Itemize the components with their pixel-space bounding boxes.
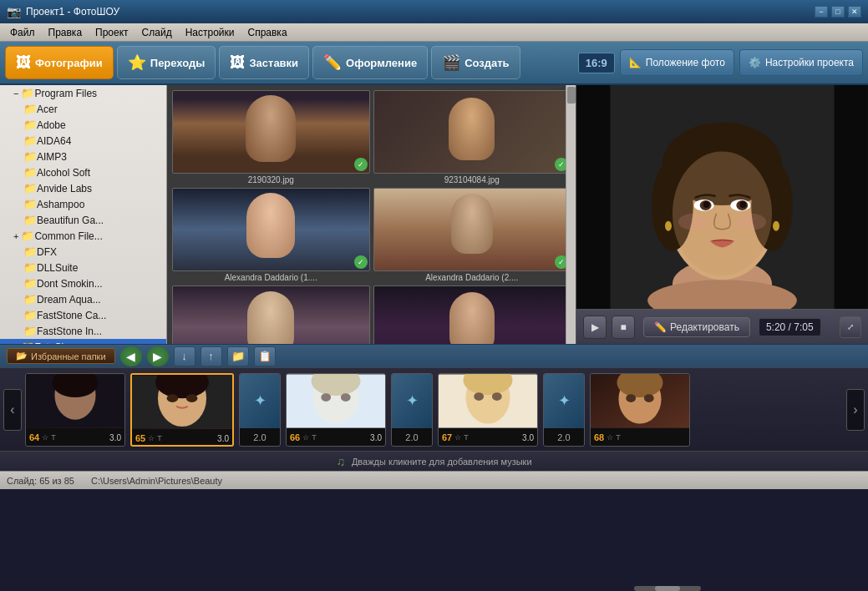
toolbar: 🖼 Фотографии ⭐ Переходы 🖼 Заставки ✏️ Оф…	[0, 42, 868, 85]
copy-button[interactable]: 📋	[254, 346, 276, 366]
vertical-scrollbar[interactable]	[566, 85, 576, 344]
design-icon: ✏️	[323, 53, 342, 72]
filmstrip-nav-left[interactable]: ‹	[3, 389, 22, 431]
tree-item[interactable]: 📁 Beautifun Ga...	[0, 212, 166, 228]
menu-edit[interactable]: Правка	[42, 25, 89, 40]
pencil-icon: ✏️	[654, 321, 667, 333]
folder-icon: 📁	[21, 341, 34, 344]
tree-item[interactable]: 📁 DLLSuite	[0, 260, 166, 275]
photo-item[interactable]: ✓ Alexandra Daddario (1....	[172, 188, 370, 282]
photo-grid-panel: ✓ 2190320.jpg ✓ 923104084.jpg ✓ Alexandr…	[167, 85, 576, 344]
tree-item[interactable]: 📁 Acer	[0, 101, 166, 117]
stop-button[interactable]: ■	[612, 316, 635, 339]
tree-item[interactable]: 📁 AIDA64	[0, 133, 166, 149]
tab-transitions[interactable]: ⭐ Переходы	[117, 46, 216, 79]
tree-item[interactable]: 📁 AIMP3	[0, 149, 166, 164]
folder-icon: 📁	[23, 245, 37, 258]
download-button[interactable]: ↓	[174, 346, 195, 366]
menu-help[interactable]: Справка	[241, 25, 293, 40]
download-icon: ↓	[181, 350, 187, 362]
film-item-64[interactable]: 64 ☆ T 3.0	[25, 373, 125, 447]
edit-label: Редактировать	[670, 321, 739, 333]
svg-point-47	[644, 394, 654, 402]
tree-item[interactable]: 📁 DFX	[0, 244, 166, 260]
film-item-65[interactable]: 65 ☆ T 3.0	[130, 373, 234, 447]
tab-photos[interactable]: 🖼 Фотографии	[5, 46, 114, 79]
project-settings-button[interactable]: ⚙️ Настройки проекта	[739, 49, 863, 76]
upload-button[interactable]: ↑	[201, 346, 222, 366]
navigate-next-button[interactable]: ▶	[147, 346, 169, 366]
film-t-label: T	[157, 434, 162, 442]
tree-item-fotoshow[interactable]: + 📁 FotoShow	[0, 339, 166, 344]
film-item-67[interactable]: 67 ☆ T 3.0	[438, 373, 538, 447]
horizontal-scrollbar[interactable]	[634, 586, 701, 591]
tree-item[interactable]: 📁 Dream Aqua...	[0, 291, 166, 307]
photo-filename: Alexandra Daddario (2....	[373, 273, 571, 282]
photo-position-button[interactable]: 📐 Положение фото	[620, 49, 734, 76]
film-meta: 64 ☆ T 3.0	[26, 428, 124, 447]
film-transition-2[interactable]: ✦ 2.0	[391, 373, 433, 447]
music-note-icon: ♫	[336, 455, 345, 468]
menu-settings[interactable]: Настройки	[179, 25, 241, 40]
film-duration: 3.0	[109, 433, 121, 442]
tree-item[interactable]: 📁 FastStone Ca...	[0, 307, 166, 323]
tab-screensavers[interactable]: 🖼 Заставки	[219, 46, 309, 79]
edit-button[interactable]: ✏️ Редактировать	[643, 317, 750, 337]
tree-item[interactable]: 📁 Alcohol Soft	[0, 164, 166, 180]
film-item-68[interactable]: 68 ☆ T	[590, 373, 690, 447]
menu-bar: Файл Правка Проект Слайд Настройки Справ…	[0, 23, 868, 42]
film-transition-1[interactable]: ✦ 2.0	[239, 373, 281, 447]
close-button[interactable]: ✕	[848, 6, 861, 18]
photo-grid[interactable]: ✓ 2190320.jpg ✓ 923104084.jpg ✓ Alexandr…	[167, 85, 576, 344]
menu-file[interactable]: Файл	[3, 25, 42, 40]
tree-item-label: Dream Aqua...	[37, 294, 101, 306]
favorites-button[interactable]: 📂 Избранные папки	[7, 348, 115, 364]
filmstrip-area: ‹ 64 ☆ T 3.0	[0, 367, 868, 451]
play-button[interactable]: ▶	[583, 316, 607, 339]
title-bar: 📷 Проект1 - ФотоШОУ − □ ✕	[0, 0, 868, 23]
menu-slide[interactable]: Слайд	[135, 25, 179, 40]
filmstrip-nav-right[interactable]: ›	[846, 389, 865, 431]
tree-item[interactable]: 📁 Dont Smokin...	[0, 275, 166, 291]
title-controls: − □ ✕	[815, 6, 861, 18]
tree-item[interactable]: 📁 Ashampoo	[0, 196, 166, 212]
transitions-icon: ⭐	[128, 53, 146, 72]
film-item-66[interactable]: 66 ☆ T 3.0	[286, 373, 386, 447]
photo-item[interactable]: ✓ 923104084.jpg	[373, 90, 571, 184]
film-meta: 68 ☆ T	[591, 428, 689, 447]
tree-item[interactable]: 📁 FastStone In...	[0, 323, 166, 339]
favorites-label: Избранные папки	[31, 351, 106, 361]
navigate-prev-button[interactable]: ◀	[120, 346, 142, 366]
photo-item[interactable]: ✓ Alexis Knapp.jpg	[373, 285, 571, 344]
fullscreen-button[interactable]: ⤢	[840, 316, 861, 338]
film-number: 67	[442, 432, 452, 442]
menu-project[interactable]: Проект	[89, 25, 135, 40]
minimize-button[interactable]: −	[815, 6, 828, 18]
file-tree-scroll[interactable]: − 📁 Program Files 📁 Acer 📁 Adobe 📁 AIDA6…	[0, 85, 166, 344]
music-bar[interactable]: ♫ Дважды кликните для добавления музыки	[0, 451, 868, 471]
tab-design[interactable]: ✏️ Оформление	[312, 46, 428, 79]
photo-item[interactable]: ✓ Alexandra Daddario.jpeg	[172, 285, 370, 344]
tree-item[interactable]: 📁 Anvide Labs	[0, 180, 166, 196]
tree-item[interactable]: 📁 Adobe	[0, 117, 166, 133]
transition-duration: 2.0	[253, 432, 266, 442]
svg-point-15	[703, 201, 710, 208]
tree-item[interactable]: − 📁 Program Files	[0, 85, 166, 101]
maximize-button[interactable]: □	[831, 6, 845, 18]
project-settings-label: Настройки проекта	[765, 57, 854, 68]
svg-rect-2	[835, 85, 868, 309]
status-bar: Слайд: 65 из 85 C:\Users\Admin\Pictures\…	[0, 471, 868, 489]
svg-point-18	[773, 221, 779, 231]
folder-icon: 📁	[23, 119, 37, 131]
time-display: 5:20 / 7:05	[759, 318, 821, 336]
film-duration: 3.0	[217, 434, 229, 443]
tree-item-label: Beautifun Ga...	[37, 215, 104, 226]
tree-item[interactable]: + 📁 Common File...	[0, 228, 166, 244]
add-folder-button[interactable]: 📁	[227, 346, 249, 366]
tab-create[interactable]: 🎬 Создать	[431, 46, 520, 79]
svg-point-19	[678, 214, 708, 230]
folder-star-icon: 📂	[16, 351, 28, 361]
photo-item[interactable]: ✓ Alexandra Daddario (2....	[373, 188, 571, 282]
photo-item[interactable]: ✓ 2190320.jpg	[172, 90, 370, 184]
film-transition-3[interactable]: ✦ 2.0	[543, 373, 585, 447]
